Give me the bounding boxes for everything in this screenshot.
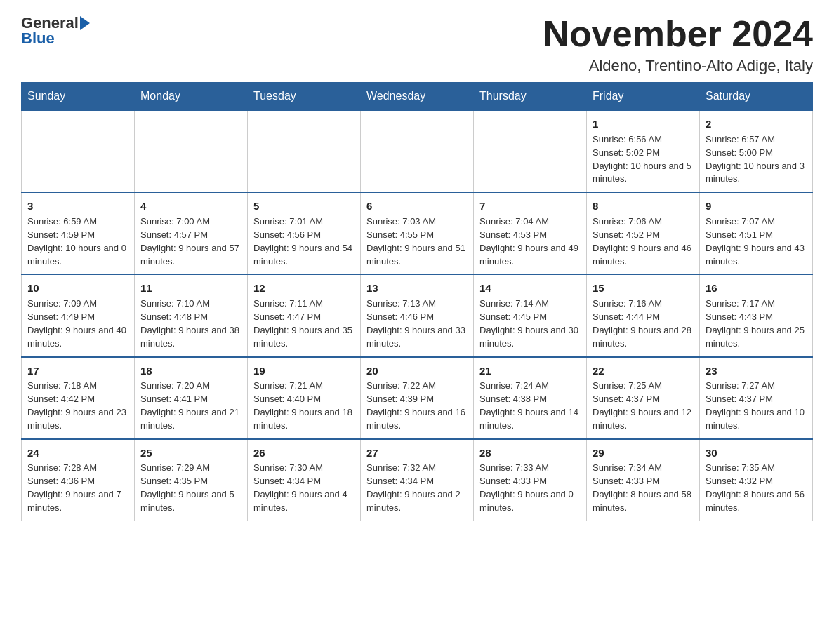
calendar-cell: 22Sunrise: 7:25 AM Sunset: 4:37 PM Dayli… [587, 357, 700, 439]
day-info: Sunrise: 7:16 AM Sunset: 4:44 PM Dayligh… [593, 297, 694, 350]
day-number: 13 [366, 281, 468, 296]
day-info: Sunrise: 7:25 AM Sunset: 4:37 PM Dayligh… [593, 380, 694, 432]
calendar-cell: 20Sunrise: 7:22 AM Sunset: 4:39 PM Dayli… [361, 357, 474, 439]
day-number: 19 [253, 363, 355, 379]
calendar-cell: 25Sunrise: 7:29 AM Sunset: 4:35 PM Dayli… [135, 439, 248, 521]
calendar-cell: 18Sunrise: 7:20 AM Sunset: 4:41 PM Dayli… [135, 357, 248, 439]
calendar-cell: 7Sunrise: 7:04 AM Sunset: 4:53 PM Daylig… [474, 192, 587, 274]
calendar-cell: 30Sunrise: 7:35 AM Sunset: 4:32 PM Dayli… [700, 439, 813, 521]
day-info: Sunrise: 7:20 AM Sunset: 4:41 PM Dayligh… [140, 380, 241, 432]
calendar-cell: 10Sunrise: 7:09 AM Sunset: 4:49 PM Dayli… [22, 274, 135, 356]
calendar-cell: 5Sunrise: 7:01 AM Sunset: 4:56 PM Daylig… [248, 192, 361, 274]
day-info: Sunrise: 7:33 AM Sunset: 4:33 PM Dayligh… [479, 462, 581, 514]
calendar-cell [248, 110, 361, 192]
calendar-week-row: 10Sunrise: 7:09 AM Sunset: 4:49 PM Dayli… [22, 274, 813, 356]
month-title: November 2024 [543, 14, 813, 54]
calendar-cell [474, 110, 587, 192]
calendar-week-row: 17Sunrise: 7:18 AM Sunset: 4:42 PM Dayli… [22, 357, 813, 439]
day-info: Sunrise: 7:17 AM Sunset: 4:43 PM Dayligh… [706, 297, 807, 350]
calendar-cell: 27Sunrise: 7:32 AM Sunset: 4:34 PM Dayli… [361, 439, 474, 521]
calendar-cell: 3Sunrise: 6:59 AM Sunset: 4:59 PM Daylig… [22, 192, 135, 274]
calendar-cell: 17Sunrise: 7:18 AM Sunset: 4:42 PM Dayli… [22, 357, 135, 439]
calendar-cell: 6Sunrise: 7:03 AM Sunset: 4:55 PM Daylig… [361, 192, 474, 274]
day-info: Sunrise: 7:14 AM Sunset: 4:45 PM Dayligh… [479, 297, 581, 350]
logo-blue-text: Blue [21, 29, 55, 48]
day-info: Sunrise: 7:35 AM Sunset: 4:32 PM Dayligh… [706, 462, 807, 514]
day-info: Sunrise: 6:59 AM Sunset: 4:59 PM Dayligh… [27, 215, 128, 268]
day-info: Sunrise: 7:34 AM Sunset: 4:33 PM Dayligh… [593, 462, 694, 514]
day-info: Sunrise: 7:10 AM Sunset: 4:48 PM Dayligh… [140, 297, 241, 350]
title-block: November 2024 Aldeno, Trentino-Alto Adig… [543, 14, 813, 75]
calendar-cell: 13Sunrise: 7:13 AM Sunset: 4:46 PM Dayli… [361, 274, 474, 356]
calendar-cell: 12Sunrise: 7:11 AM Sunset: 4:47 PM Dayli… [248, 274, 361, 356]
weekday-header-sunday: Sunday [22, 83, 135, 111]
day-number: 22 [593, 363, 694, 379]
day-number: 11 [140, 281, 241, 296]
weekday-header-wednesday: Wednesday [361, 83, 474, 111]
calendar-week-row: 1Sunrise: 6:56 AM Sunset: 5:02 PM Daylig… [22, 110, 813, 192]
day-number: 10 [27, 281, 128, 296]
calendar-cell: 2Sunrise: 6:57 AM Sunset: 5:00 PM Daylig… [700, 110, 813, 192]
calendar-cell [135, 110, 248, 192]
day-info: Sunrise: 6:56 AM Sunset: 5:02 PM Dayligh… [593, 133, 694, 186]
day-number: 3 [27, 199, 128, 214]
day-number: 9 [706, 199, 807, 214]
day-info: Sunrise: 7:18 AM Sunset: 4:42 PM Dayligh… [27, 380, 128, 432]
day-info: Sunrise: 7:06 AM Sunset: 4:52 PM Dayligh… [593, 215, 694, 268]
calendar-cell [22, 110, 135, 192]
calendar-cell: 15Sunrise: 7:16 AM Sunset: 4:44 PM Dayli… [587, 274, 700, 356]
day-number: 21 [479, 363, 581, 379]
day-info: Sunrise: 7:30 AM Sunset: 4:34 PM Dayligh… [253, 462, 355, 514]
day-number: 1 [593, 116, 694, 132]
day-number: 2 [706, 116, 807, 132]
calendar-header-row: SundayMondayTuesdayWednesdayThursdayFrid… [22, 83, 813, 111]
logo-arrow-icon [80, 16, 90, 30]
day-number: 20 [366, 363, 468, 379]
day-info: Sunrise: 6:57 AM Sunset: 5:00 PM Dayligh… [706, 133, 807, 186]
calendar-cell [361, 110, 474, 192]
day-info: Sunrise: 7:21 AM Sunset: 4:40 PM Dayligh… [253, 380, 355, 432]
day-info: Sunrise: 7:22 AM Sunset: 4:39 PM Dayligh… [366, 380, 468, 432]
calendar-cell: 14Sunrise: 7:14 AM Sunset: 4:45 PM Dayli… [474, 274, 587, 356]
calendar-cell: 29Sunrise: 7:34 AM Sunset: 4:33 PM Dayli… [587, 439, 700, 521]
day-number: 28 [479, 445, 581, 461]
weekday-header-monday: Monday [135, 83, 248, 111]
calendar-cell: 8Sunrise: 7:06 AM Sunset: 4:52 PM Daylig… [587, 192, 700, 274]
day-number: 18 [140, 363, 241, 379]
calendar-cell: 28Sunrise: 7:33 AM Sunset: 4:33 PM Dayli… [474, 439, 587, 521]
day-info: Sunrise: 7:04 AM Sunset: 4:53 PM Dayligh… [479, 215, 581, 268]
logo: General Blue [21, 14, 90, 48]
calendar-cell: 11Sunrise: 7:10 AM Sunset: 4:48 PM Dayli… [135, 274, 248, 356]
calendar-week-row: 3Sunrise: 6:59 AM Sunset: 4:59 PM Daylig… [22, 192, 813, 274]
day-number: 17 [27, 363, 128, 379]
location-title: Aldeno, Trentino-Alto Adige, Italy [543, 57, 813, 75]
day-info: Sunrise: 7:03 AM Sunset: 4:55 PM Dayligh… [366, 215, 468, 268]
day-number: 8 [593, 199, 694, 214]
day-info: Sunrise: 7:09 AM Sunset: 4:49 PM Dayligh… [27, 297, 128, 350]
calendar-cell: 1Sunrise: 6:56 AM Sunset: 5:02 PM Daylig… [587, 110, 700, 192]
day-info: Sunrise: 7:32 AM Sunset: 4:34 PM Dayligh… [366, 462, 468, 514]
day-number: 6 [366, 199, 468, 214]
calendar-week-row: 24Sunrise: 7:28 AM Sunset: 4:36 PM Dayli… [22, 439, 813, 521]
calendar-cell: 26Sunrise: 7:30 AM Sunset: 4:34 PM Dayli… [248, 439, 361, 521]
calendar-cell: 19Sunrise: 7:21 AM Sunset: 4:40 PM Dayli… [248, 357, 361, 439]
day-number: 16 [706, 281, 807, 296]
day-number: 26 [253, 445, 355, 461]
day-number: 7 [479, 199, 581, 214]
day-number: 5 [253, 199, 355, 214]
day-info: Sunrise: 7:01 AM Sunset: 4:56 PM Dayligh… [253, 215, 355, 268]
day-number: 23 [706, 363, 807, 379]
calendar-cell: 21Sunrise: 7:24 AM Sunset: 4:38 PM Dayli… [474, 357, 587, 439]
day-info: Sunrise: 7:29 AM Sunset: 4:35 PM Dayligh… [140, 462, 241, 514]
day-number: 24 [27, 445, 128, 461]
weekday-header-tuesday: Tuesday [248, 83, 361, 111]
day-info: Sunrise: 7:13 AM Sunset: 4:46 PM Dayligh… [366, 297, 468, 350]
day-number: 30 [706, 445, 807, 461]
day-number: 4 [140, 199, 241, 214]
calendar-cell: 23Sunrise: 7:27 AM Sunset: 4:37 PM Dayli… [700, 357, 813, 439]
day-number: 27 [366, 445, 468, 461]
day-number: 25 [140, 445, 241, 461]
calendar-cell: 9Sunrise: 7:07 AM Sunset: 4:51 PM Daylig… [700, 192, 813, 274]
calendar-cell: 24Sunrise: 7:28 AM Sunset: 4:36 PM Dayli… [22, 439, 135, 521]
calendar-table: SundayMondayTuesdayWednesdayThursdayFrid… [21, 82, 813, 521]
